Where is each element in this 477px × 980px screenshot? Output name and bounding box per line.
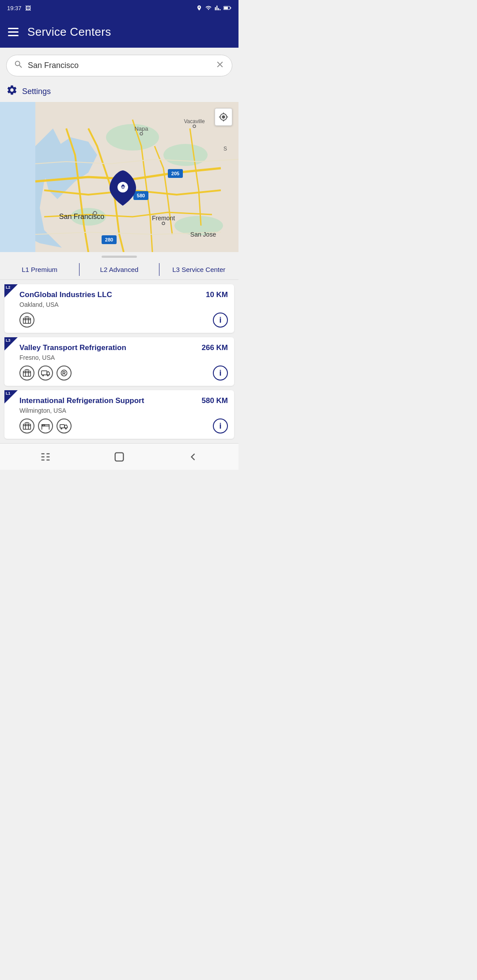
settings-gear-icon <box>6 84 18 98</box>
my-location-button[interactable] <box>215 108 232 126</box>
badge-label: L3 <box>6 339 11 343</box>
container-repair-icon <box>19 418 34 433</box>
svg-rect-45 <box>60 425 64 428</box>
card-footer: i <box>11 313 228 328</box>
service-icons: R <box>19 366 72 381</box>
center-distance: 10 KM <box>206 290 228 299</box>
drag-handle-bar <box>102 256 137 258</box>
svg-rect-44 <box>42 425 45 426</box>
tab-l1-premium[interactable]: L1 Premium <box>0 263 80 276</box>
svg-point-47 <box>65 428 67 430</box>
semi-truck-icon <box>57 418 72 433</box>
refrigeration-icon: R <box>57 366 72 381</box>
bed-icon <box>38 418 53 433</box>
status-time: 19:37 <box>7 5 22 11</box>
tab-l3-service-center[interactable]: L3 Service Center <box>159 263 238 276</box>
svg-text:Fremont: Fremont <box>152 215 175 222</box>
filter-tabs: L1 Premium L2 Advanced L3 Service Center <box>0 260 238 280</box>
center-name: ConGlobal Industries LLC <box>19 290 201 299</box>
svg-text:205: 205 <box>171 171 179 176</box>
svg-rect-1 <box>224 7 228 9</box>
info-button[interactable]: i <box>213 418 228 433</box>
svg-rect-27 <box>23 318 31 324</box>
svg-text:⚙: ⚙ <box>121 185 125 190</box>
drag-handle[interactable] <box>0 252 238 260</box>
service-centers-list: L2 ConGlobal Industries LLC 10 KM Oaklan… <box>0 280 238 443</box>
clear-search-button[interactable] <box>215 60 225 72</box>
recent-apps-button[interactable] <box>34 447 57 467</box>
search-input[interactable] <box>28 61 211 70</box>
status-bar: 19:37 🖼 <box>0 0 238 16</box>
status-icons <box>196 5 231 11</box>
service-icons <box>19 418 72 433</box>
settings-label: Settings <box>22 87 51 96</box>
svg-point-6 <box>163 144 208 166</box>
service-center-card: L3 Valley Transport Refrigeration 266 KM… <box>4 337 234 386</box>
center-location: Wilmington, USA <box>11 407 228 414</box>
svg-rect-54 <box>115 452 124 461</box>
info-button[interactable]: i <box>213 313 228 328</box>
svg-rect-2 <box>230 8 231 9</box>
card-header: Valley Transport Refrigeration 266 KM <box>11 343 228 352</box>
wifi-icon <box>205 5 212 11</box>
center-location: Fresno, USA <box>11 354 228 361</box>
svg-point-46 <box>61 428 62 430</box>
card-header: ConGlobal Industries LLC 10 KM <box>11 290 228 299</box>
photo-icon: 🖼 <box>25 5 31 11</box>
search-container <box>0 48 238 80</box>
badge-label: L1 <box>6 392 11 396</box>
center-distance: 580 KM <box>201 396 228 405</box>
svg-text:R: R <box>62 370 66 376</box>
svg-rect-4 <box>0 102 35 252</box>
container-repair-icon <box>19 366 34 381</box>
map-view[interactable]: 580 205 280 San Francisco Fremont San Jo… <box>0 102 238 252</box>
svg-text:580: 580 <box>137 193 145 198</box>
svg-text:S: S <box>223 146 227 152</box>
home-button[interactable] <box>108 447 130 467</box>
signal-icon <box>215 5 221 11</box>
service-center-card: L2 ConGlobal Industries LLC 10 KM Oaklan… <box>4 284 234 333</box>
center-location: Oakland, USA <box>11 301 228 308</box>
svg-text:San Francisco: San Francisco <box>59 213 104 220</box>
container-repair-icon <box>19 313 34 328</box>
search-box <box>6 55 232 76</box>
info-button[interactable]: i <box>213 366 228 381</box>
location-icon <box>196 5 202 11</box>
svg-rect-31 <box>23 371 31 377</box>
app-header: Service Centers <box>0 16 238 48</box>
svg-point-37 <box>47 375 49 376</box>
center-distance: 266 KM <box>201 343 228 352</box>
svg-rect-40 <box>23 424 31 430</box>
svg-point-5 <box>106 124 159 151</box>
page-title: Service Centers <box>27 25 111 39</box>
battery-icon <box>223 5 231 11</box>
badge-label: L2 <box>6 286 11 290</box>
svg-text:Napa: Napa <box>134 125 148 132</box>
truck-icon <box>38 366 53 381</box>
bottom-navigation <box>0 443 238 470</box>
card-footer: i <box>11 418 228 433</box>
service-icons <box>19 313 34 328</box>
svg-point-36 <box>42 375 44 376</box>
svg-text:280: 280 <box>105 237 113 242</box>
center-name: Valley Transport Refrigeration <box>19 343 197 352</box>
search-icon <box>14 60 23 72</box>
menu-button[interactable] <box>8 28 19 36</box>
service-center-card: L1 International Refrigeration Support 5… <box>4 390 234 439</box>
settings-row[interactable]: Settings <box>0 80 238 102</box>
card-header: International Refrigeration Support 580 … <box>11 396 228 405</box>
center-name: International Refrigeration Support <box>19 396 197 405</box>
svg-text:San Jose: San Jose <box>190 231 216 238</box>
svg-rect-35 <box>42 371 47 375</box>
svg-text:Vacaville: Vacaville <box>184 118 204 124</box>
tab-l2-advanced[interactable]: L2 Advanced <box>80 263 159 276</box>
card-footer: R i <box>11 366 228 381</box>
back-button[interactable] <box>182 447 204 467</box>
